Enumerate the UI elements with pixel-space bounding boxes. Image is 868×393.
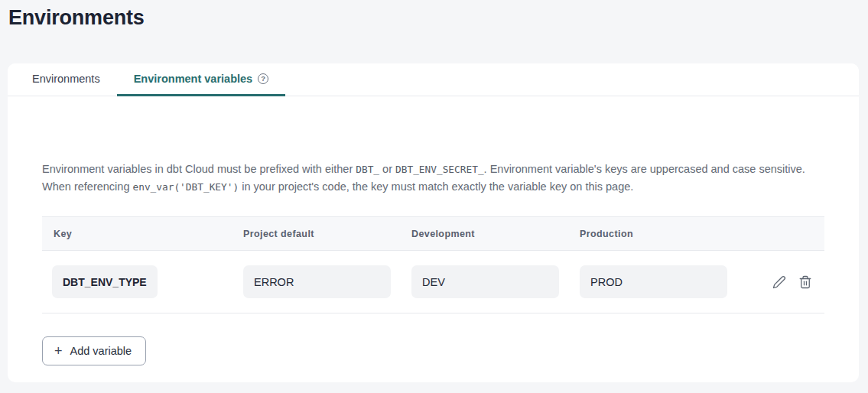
table-row: DBT_ENV_TYPE ERROR DEV PROD <box>42 251 824 313</box>
tab-content: Environment variables in dbt Cloud must … <box>8 96 859 365</box>
key-cell: DBT_ENV_TYPE <box>52 265 243 298</box>
development-value-chip: DEV <box>411 265 559 298</box>
column-header-development: Development <box>411 229 580 239</box>
row-actions <box>772 274 824 289</box>
add-variable-label: Add variable <box>70 345 132 357</box>
tab-environments[interactable]: Environments <box>15 63 117 96</box>
environment-variables-table: Key Project default Development Producti… <box>42 216 824 313</box>
tab-bar: Environments Environment variables ? <box>8 63 859 96</box>
delete-variable-button[interactable] <box>798 274 812 289</box>
tab-environment-variables-label: Environment variables <box>134 73 253 85</box>
code-dbt-prefix: DBT_ <box>356 164 379 175</box>
description-text: Environment variables in dbt Cloud must … <box>42 161 826 196</box>
environments-page: Environments Environments Environment va… <box>0 0 868 393</box>
column-header-key: Key <box>54 229 243 239</box>
description-part: in your project's code, the key must mat… <box>239 180 633 193</box>
production-value-chip: PROD <box>580 265 727 298</box>
edit-variable-button[interactable] <box>772 274 786 289</box>
description-part: or <box>379 163 395 175</box>
tab-environment-variables[interactable]: Environment variables ? <box>117 63 286 96</box>
development-cell: DEV <box>411 265 580 298</box>
code-dbt-env-secret-prefix: DBT_ENV_SECRET_ <box>395 164 484 175</box>
plus-icon: + <box>54 344 63 358</box>
code-env-var-example: env_var('DBT_KEY') <box>132 181 239 193</box>
project-default-cell: ERROR <box>243 265 411 298</box>
page-title: Environments <box>8 6 145 30</box>
add-variable-button[interactable]: + Add variable <box>42 336 146 365</box>
column-header-production: Production <box>580 229 748 239</box>
column-header-project-default: Project default <box>243 229 411 239</box>
help-icon[interactable]: ? <box>258 73 268 84</box>
tab-environments-label: Environments <box>32 73 100 85</box>
production-cell: PROD <box>580 265 748 298</box>
project-default-value-chip: ERROR <box>243 265 391 298</box>
environment-variables-card: Environments Environment variables ? Env… <box>8 63 859 382</box>
trash-icon <box>798 275 812 289</box>
description-part: Environment variables in dbt Cloud must … <box>42 163 356 175</box>
pencil-icon <box>772 275 786 289</box>
table-header-row: Key Project default Development Producti… <box>42 217 824 251</box>
variable-key-chip: DBT_ENV_TYPE <box>52 265 158 298</box>
